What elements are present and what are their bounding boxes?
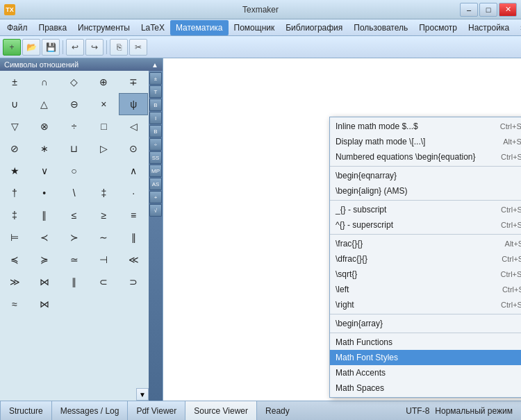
minimize-button[interactable]: –: [460, 3, 478, 17]
close-button[interactable]: ✕: [499, 3, 517, 17]
symbol-cell[interactable]: ÷: [60, 115, 89, 137]
symbol-cell[interactable]: ∥: [60, 271, 89, 293]
symbol-cell[interactable]: ∗: [30, 137, 59, 160]
menu-entry-left[interactable]: \leftCtrl+Shift+L: [330, 282, 521, 297]
symbol-cell[interactable]: ≪: [119, 249, 148, 271]
menu-entry-sqrt[interactable]: \sqrt{}Ctrl+Shift+Q: [330, 267, 521, 282]
menu-item-more[interactable]: »: [515, 20, 521, 35]
symbol-cell[interactable]: ×: [89, 93, 118, 115]
symbol-cell[interactable]: ▽: [0, 115, 29, 137]
strip-btn-7[interactable]: SS: [149, 151, 162, 164]
symbol-cell[interactable]: △: [30, 93, 59, 115]
status-tab-pdf[interactable]: Pdf Viewer: [128, 401, 185, 421]
symbol-cell[interactable]: ≻: [60, 226, 89, 249]
strip-btn-2[interactable]: T: [149, 85, 162, 98]
strip-btn-1[interactable]: ±: [149, 72, 162, 85]
maximize-button[interactable]: □: [479, 3, 497, 17]
menu-item-math[interactable]: Математика: [170, 20, 229, 35]
menu-entry-array[interactable]: \begin{array}: [330, 316, 521, 331]
symbol-cell[interactable]: ∥: [30, 204, 59, 226]
editor[interactable]: Inline math mode $...$Ctrl+Shift+MDispla…: [163, 58, 521, 401]
cut-button[interactable]: ✂: [129, 39, 147, 56]
symbol-cell[interactable]: ∪: [0, 93, 29, 115]
symbol-cell[interactable]: ◇: [60, 71, 89, 93]
menu-entry-math-spaces[interactable]: Math Spaces▶: [330, 380, 521, 396]
menu-item-bibliography[interactable]: Библиография: [280, 20, 348, 35]
symbol-cell[interactable]: ≫: [0, 271, 29, 293]
status-tab-messages[interactable]: Messages / Log: [52, 401, 129, 421]
strip-btn-6[interactable]: ÷: [149, 138, 162, 151]
symbol-cell[interactable]: ‡: [89, 182, 118, 204]
symbol-cell[interactable]: ψ: [119, 93, 148, 115]
menu-entry-inline-math[interactable]: Inline math mode $...$Ctrl+Shift+M: [330, 119, 521, 134]
symbol-cell[interactable]: ≃: [60, 249, 89, 271]
symbol-cell[interactable]: ≽: [30, 249, 59, 271]
symbol-cell[interactable]: ⊙: [119, 137, 148, 160]
strip-btn-5[interactable]: B: [149, 125, 162, 137]
sidebar-scroll-up[interactable]: ▲: [151, 61, 158, 69]
symbol-cell[interactable]: ∓: [119, 71, 148, 93]
redo-button[interactable]: ↪: [85, 39, 104, 56]
copy-button[interactable]: ⎘: [110, 39, 128, 56]
symbol-cell[interactable]: ∨: [30, 160, 59, 182]
symbol-cell[interactable]: ⊣: [89, 249, 118, 271]
symbol-cell[interactable]: ∩: [30, 71, 59, 93]
menu-entry-display-math[interactable]: Display math mode \[...\]Alt+Shift+M: [330, 134, 521, 149]
symbol-cell[interactable]: ⊃: [119, 271, 148, 293]
symbol-cell[interactable]: [89, 160, 118, 182]
menu-item-file[interactable]: Файл: [1, 20, 33, 35]
symbol-cell[interactable]: ·: [119, 182, 148, 204]
strip-btn-10[interactable]: +: [149, 191, 162, 203]
status-tab-structure[interactable]: Structure: [0, 401, 52, 421]
new-button[interactable]: +: [3, 39, 21, 56]
symbol-cell[interactable]: ⊔: [60, 137, 89, 160]
menu-entry-math-accents[interactable]: Math Accents▶: [330, 365, 521, 380]
symbol-cell[interactable]: ○: [60, 160, 89, 182]
symbol-cell[interactable]: ⋈: [30, 271, 59, 293]
symbol-cell[interactable]: \: [60, 182, 89, 204]
symbol-cell[interactable]: ⊘: [0, 137, 29, 160]
symbol-cell[interactable]: ∼: [89, 226, 118, 249]
symbol-cell[interactable]: ≺: [30, 226, 59, 249]
menu-entry-frac[interactable]: \frac{}{}Alt+Shift+F: [330, 236, 521, 251]
symbol-cell[interactable]: ⊂: [89, 271, 118, 293]
symbol-cell[interactable]: •: [30, 182, 59, 204]
symbol-cell[interactable]: ±: [0, 71, 29, 93]
menu-entry-math-font-styles[interactable]: Math Font Styles▶: [330, 350, 521, 365]
strip-btn-3[interactable]: B: [149, 99, 162, 111]
symbol-cell[interactable]: ▷: [89, 137, 118, 160]
menu-item-latex[interactable]: LaTeX: [135, 20, 170, 35]
symbol-cell[interactable]: ∧: [119, 160, 148, 182]
menu-item-help[interactable]: Помощник: [229, 20, 281, 35]
open-button[interactable]: 📂: [22, 39, 40, 56]
menu-entry-right[interactable]: \rightCtrl+Shift+R: [330, 297, 521, 312]
symbol-cell[interactable]: ⊗: [30, 115, 59, 137]
menu-item-edit[interactable]: Правка: [33, 20, 73, 35]
symbol-cell[interactable]: □: [89, 115, 118, 137]
undo-button[interactable]: ↩: [66, 39, 84, 56]
symbol-cell[interactable]: ≼: [0, 249, 29, 271]
symbol-cell[interactable]: ⊕: [89, 71, 118, 93]
menu-item-tools[interactable]: Инструменты: [72, 20, 135, 35]
symbol-cell[interactable]: ⊨: [0, 226, 29, 249]
menu-item-view[interactable]: Просмотр: [413, 20, 463, 35]
menu-entry-superscript[interactable]: ^{} - superscriptCtrl+Shift+U: [330, 217, 521, 233]
symbol-cell[interactable]: ≥: [89, 204, 118, 226]
menu-entry-numbered-eq[interactable]: Numbered equations \begin{equation}Ctrl+…: [330, 149, 521, 165]
menu-item-settings[interactable]: Настройка: [463, 20, 515, 35]
symbol-cell[interactable]: ★: [0, 160, 29, 182]
status-tab-source[interactable]: Source Viewer: [185, 401, 257, 421]
menu-entry-math-functions[interactable]: Math Functions▶: [330, 335, 521, 350]
save-button[interactable]: 💾: [42, 39, 60, 56]
symbol-cell[interactable]: ≡: [119, 204, 148, 226]
symbol-cell[interactable]: ≈: [0, 293, 29, 315]
symbol-cell[interactable]: ⊖: [60, 93, 89, 115]
symbol-cell[interactable]: ◁: [119, 115, 148, 137]
symbol-cell[interactable]: †: [0, 182, 29, 204]
symbol-cell[interactable]: ∥: [119, 226, 148, 249]
scroll-down[interactable]: ▼: [136, 388, 149, 401]
strip-btn-9[interactable]: AS: [149, 178, 162, 190]
symbol-cell[interactable]: ≤: [60, 204, 89, 226]
menu-entry-align[interactable]: \begin{align} (AMS): [330, 183, 521, 199]
menu-item-user[interactable]: Пользователь: [348, 20, 413, 35]
